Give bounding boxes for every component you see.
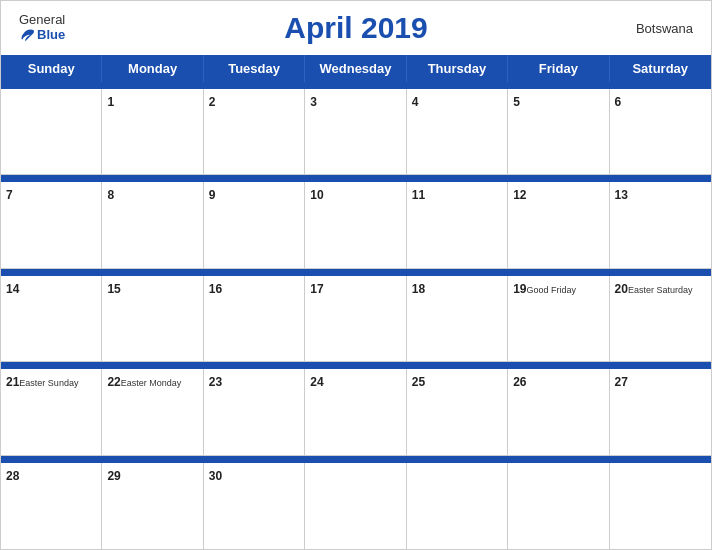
day-cell: 13 bbox=[610, 182, 711, 268]
day-cell: 19Good Friday bbox=[508, 276, 609, 362]
day-number: 24 bbox=[310, 375, 323, 389]
day-number: 20 bbox=[615, 282, 628, 296]
logo-blue-text: Blue bbox=[19, 27, 65, 43]
event-label: Easter Saturday bbox=[628, 285, 693, 295]
day-cell: 25 bbox=[407, 369, 508, 455]
week-row-3: 21Easter Sunday22Easter Monday2324252627 bbox=[1, 362, 711, 455]
day-number: 22 bbox=[107, 375, 120, 389]
day-number: 7 bbox=[6, 188, 13, 202]
day-cell: 10 bbox=[305, 182, 406, 268]
day-header-saturday: Saturday bbox=[610, 55, 711, 82]
week-cells-4: 282930 bbox=[1, 463, 711, 549]
week-cells-3: 21Easter Sunday22Easter Monday2324252627 bbox=[1, 369, 711, 455]
day-number: 10 bbox=[310, 188, 323, 202]
event-label: Easter Sunday bbox=[19, 378, 78, 388]
week-row-2: 141516171819Good Friday20Easter Saturday bbox=[1, 269, 711, 362]
day-number: 9 bbox=[209, 188, 216, 202]
day-cell: 14 bbox=[1, 276, 102, 362]
week-bar-3 bbox=[1, 362, 711, 369]
day-cell: 12 bbox=[508, 182, 609, 268]
week-bar-2 bbox=[1, 269, 711, 276]
event-label: Good Friday bbox=[527, 285, 577, 295]
day-number: 26 bbox=[513, 375, 526, 389]
day-header-thursday: Thursday bbox=[407, 55, 508, 82]
day-cell: 20Easter Saturday bbox=[610, 276, 711, 362]
day-number: 27 bbox=[615, 375, 628, 389]
day-number: 12 bbox=[513, 188, 526, 202]
day-cell: 5 bbox=[508, 89, 609, 175]
day-number: 28 bbox=[6, 469, 19, 483]
day-cell: 28 bbox=[1, 463, 102, 549]
day-header-monday: Monday bbox=[102, 55, 203, 82]
day-number: 6 bbox=[615, 95, 622, 109]
day-number: 13 bbox=[615, 188, 628, 202]
day-number: 16 bbox=[209, 282, 222, 296]
day-number: 17 bbox=[310, 282, 323, 296]
day-cell: 4 bbox=[407, 89, 508, 175]
week-row-1: 78910111213 bbox=[1, 175, 711, 268]
week-bar-1 bbox=[1, 175, 711, 182]
day-number: 11 bbox=[412, 188, 425, 202]
day-cell: 24 bbox=[305, 369, 406, 455]
week-bar-4 bbox=[1, 456, 711, 463]
day-cell: 29 bbox=[102, 463, 203, 549]
day-cell: 22Easter Monday bbox=[102, 369, 203, 455]
day-number: 15 bbox=[107, 282, 120, 296]
day-cell: 21Easter Sunday bbox=[1, 369, 102, 455]
day-cell: 11 bbox=[407, 182, 508, 268]
day-cell: 8 bbox=[102, 182, 203, 268]
calendar: General Blue April 2019 Botswana SundayM… bbox=[0, 0, 712, 550]
day-cell: 1 bbox=[102, 89, 203, 175]
logo-bird-icon bbox=[19, 27, 35, 43]
day-header-sunday: Sunday bbox=[1, 55, 102, 82]
day-header-tuesday: Tuesday bbox=[204, 55, 305, 82]
day-cell: 9 bbox=[204, 182, 305, 268]
calendar-grid: 12345678910111213141516171819Good Friday… bbox=[1, 82, 711, 549]
day-number: 4 bbox=[412, 95, 419, 109]
day-number: 18 bbox=[412, 282, 425, 296]
day-number: 8 bbox=[107, 188, 114, 202]
day-cell: 18 bbox=[407, 276, 508, 362]
calendar-header: General Blue April 2019 Botswana bbox=[1, 1, 711, 55]
day-header-friday: Friday bbox=[508, 55, 609, 82]
day-cell: 7 bbox=[1, 182, 102, 268]
day-cell: 16 bbox=[204, 276, 305, 362]
event-label: Easter Monday bbox=[121, 378, 182, 388]
day-cell: 6 bbox=[610, 89, 711, 175]
week-cells-2: 141516171819Good Friday20Easter Saturday bbox=[1, 276, 711, 362]
day-cell: 26 bbox=[508, 369, 609, 455]
day-number: 2 bbox=[209, 95, 216, 109]
logo: General Blue bbox=[19, 13, 65, 43]
day-cell bbox=[508, 463, 609, 549]
day-cell bbox=[1, 89, 102, 175]
week-row-0: 123456 bbox=[1, 82, 711, 175]
day-cell: 2 bbox=[204, 89, 305, 175]
calendar-title: April 2019 bbox=[284, 11, 427, 45]
day-headers-row: SundayMondayTuesdayWednesdayThursdayFrid… bbox=[1, 55, 711, 82]
day-number: 5 bbox=[513, 95, 520, 109]
day-number: 23 bbox=[209, 375, 222, 389]
day-header-wednesday: Wednesday bbox=[305, 55, 406, 82]
country-label: Botswana bbox=[636, 21, 693, 36]
week-cells-1: 78910111213 bbox=[1, 182, 711, 268]
day-number: 19 bbox=[513, 282, 526, 296]
day-number: 29 bbox=[107, 469, 120, 483]
day-cell: 17 bbox=[305, 276, 406, 362]
day-number: 14 bbox=[6, 282, 19, 296]
day-cell bbox=[305, 463, 406, 549]
week-bar-0 bbox=[1, 82, 711, 89]
day-number: 25 bbox=[412, 375, 425, 389]
day-cell: 3 bbox=[305, 89, 406, 175]
day-number: 1 bbox=[107, 95, 114, 109]
day-cell bbox=[407, 463, 508, 549]
day-cell: 27 bbox=[610, 369, 711, 455]
week-cells-0: 123456 bbox=[1, 89, 711, 175]
day-cell: 23 bbox=[204, 369, 305, 455]
day-cell bbox=[610, 463, 711, 549]
day-number: 3 bbox=[310, 95, 317, 109]
day-cell: 30 bbox=[204, 463, 305, 549]
day-number: 21 bbox=[6, 375, 19, 389]
logo-general-text: General bbox=[19, 13, 65, 27]
day-number: 30 bbox=[209, 469, 222, 483]
week-row-4: 282930 bbox=[1, 456, 711, 549]
